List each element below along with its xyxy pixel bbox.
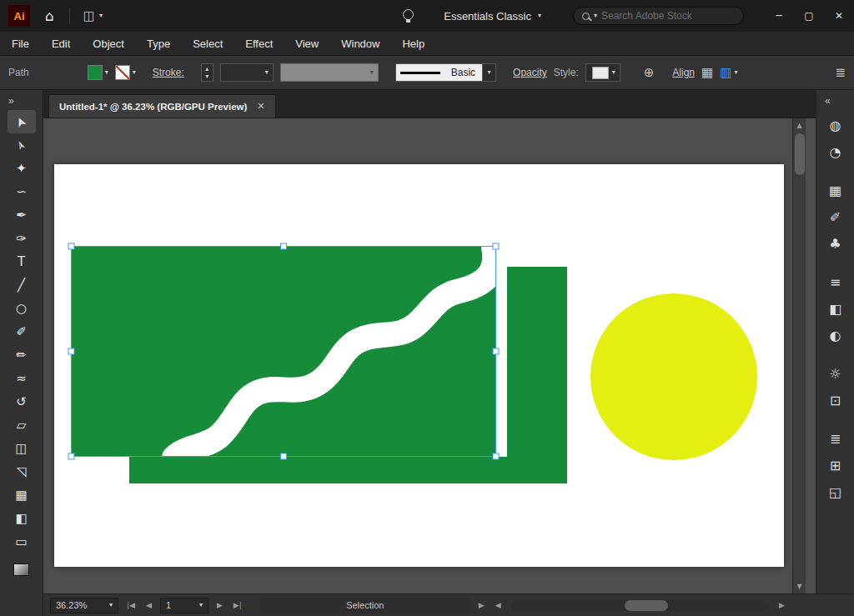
selection-tool[interactable]: ➤	[8, 110, 36, 133]
menu-view[interactable]: View	[295, 38, 319, 50]
pencil-tool[interactable]: ✏	[8, 343, 36, 367]
recolor-artwork-icon[interactable]: ⊕	[644, 65, 655, 80]
last-artboard-button[interactable]: ▶|	[231, 601, 244, 609]
maximize-button[interactable]: ▢	[794, 0, 824, 32]
gradient-panel[interactable]: ◧	[821, 295, 850, 322]
menu-select[interactable]: Select	[193, 38, 223, 50]
hscroll-thumb[interactable]	[625, 600, 668, 611]
artboard-tool[interactable]: ▭	[8, 530, 36, 553]
brushes-panel[interactable]: ✐	[821, 203, 850, 230]
ellipse-tool[interactable]: ○	[8, 297, 36, 320]
workspace-switcher[interactable]: Essentials Classic ▾	[444, 10, 541, 23]
stroke-weight-stepper[interactable]: ▴ ▾	[201, 63, 214, 82]
asset-export-panel[interactable]: ◱	[821, 478, 850, 505]
hscroll-right-arrow[interactable]: ▶	[776, 601, 787, 609]
type-tool[interactable]: T	[8, 250, 36, 273]
first-artboard-button[interactable]: |◀	[124, 601, 138, 609]
perspective-grid-tool[interactable]: ◹	[8, 460, 36, 483]
shape-builder-tool[interactable]: ◫	[8, 437, 36, 460]
menu-object[interactable]: Object	[93, 38, 124, 50]
vscroll-thumb[interactable]	[795, 133, 805, 175]
app-logo[interactable]: Ai	[8, 5, 30, 27]
pen-tool[interactable]: ✒	[8, 203, 36, 227]
layers-panel[interactable]: ≣	[821, 425, 850, 452]
zoom-level-select[interactable]: 36.23% ▾	[50, 598, 118, 613]
chevron-down-icon: ▾	[370, 69, 374, 76]
toolbar-fill-indicator[interactable]	[13, 563, 29, 576]
style-select[interactable]: ▾	[585, 63, 620, 82]
opacity-link[interactable]: Opacity	[513, 67, 547, 78]
fill-color-control[interactable]: ▾	[88, 65, 108, 80]
close-button[interactable]: ✕	[824, 0, 854, 32]
graphic-styles-panel[interactable]: ⊡	[821, 387, 850, 413]
tab-close-icon[interactable]: ✕	[257, 101, 264, 112]
stepper-up-icon[interactable]: ▴	[205, 66, 208, 73]
green-shape[interactable]	[71, 246, 567, 483]
horizontal-scrollbar[interactable]	[512, 600, 768, 611]
stroke-weight-select[interactable]: ▾	[220, 63, 274, 82]
artboard[interactable]	[54, 164, 784, 567]
stroke-color-control[interactable]: ▾	[115, 65, 136, 80]
color-panel[interactable]: ◍	[821, 112, 850, 138]
align-options-icon[interactable]: ▦	[701, 65, 713, 80]
menu-file[interactable]: File	[12, 38, 29, 50]
gradient-tool[interactable]: ◧	[8, 507, 36, 530]
discover-lightbulb-icon[interactable]	[402, 8, 414, 24]
expand-toolbar-icon[interactable]: »	[0, 90, 14, 110]
menu-effect[interactable]: Effect	[245, 38, 273, 50]
document-tab[interactable]: Untitled-1* @ 36.23% (RGB/GPU Preview) ✕	[48, 94, 276, 118]
previous-artboard-button[interactable]: ◀	[143, 601, 154, 609]
dock-arrangement-control[interactable]: ▥ ▾	[720, 65, 737, 80]
artboard-number-select[interactable]: 1 ▾	[160, 598, 208, 613]
appearance-panel[interactable]: ☼	[821, 360, 850, 387]
align-link[interactable]: Align	[672, 67, 695, 78]
stock-search-input[interactable]: ▾ Search Adobe Stock	[573, 7, 744, 25]
fill-color-swatch[interactable]	[88, 65, 103, 80]
vscroll-down-arrow[interactable]: ▼	[793, 579, 806, 593]
direct-selection-tool[interactable]: ➢	[8, 133, 36, 157]
transparency-panel[interactable]: ◐	[821, 322, 850, 348]
home-icon[interactable]: ⌂	[38, 8, 61, 24]
scale-tool[interactable]: ▱	[8, 413, 36, 437]
search-placeholder: Search Adobe Stock	[601, 10, 692, 22]
menu-type[interactable]: Type	[147, 38, 170, 50]
menu-window[interactable]: Window	[341, 38, 379, 50]
status-display[interactable]: Selection	[260, 598, 470, 613]
curvature-tool[interactable]: ✑	[8, 227, 36, 250]
vscroll-up-arrow[interactable]: ▲	[793, 118, 806, 133]
chevron-down-icon: ▾	[594, 13, 597, 19]
arrange-documents-button[interactable]: ◫ ▾	[78, 8, 108, 23]
vertical-scrollbar[interactable]: ▲ ▼	[792, 118, 806, 593]
brush-definition-select[interactable]: Basic ▾	[395, 63, 496, 82]
stroke-panel[interactable]: ≡	[821, 268, 850, 295]
next-artboard-button[interactable]: ▶	[214, 601, 225, 609]
workspace-name: Essentials Classic	[444, 10, 531, 23]
stroke-none-swatch[interactable]	[115, 65, 130, 80]
swatches-panel[interactable]: ▦	[821, 177, 850, 203]
lasso-tool[interactable]: ∽	[8, 180, 36, 203]
control-panel-menu-icon[interactable]: ≣	[835, 65, 846, 80]
style-label: Style:	[554, 67, 579, 78]
paintbrush-tool[interactable]: ✐	[8, 320, 36, 343]
mesh-tool[interactable]: ▦	[8, 483, 36, 507]
magic-wand-tool[interactable]: ✦	[8, 157, 36, 180]
canvas[interactable]: ▲ ▼	[43, 118, 816, 593]
minimize-button[interactable]: ─	[764, 0, 794, 32]
artboards-panel[interactable]: ⊞	[821, 452, 850, 478]
rotate-tool[interactable]: ↺	[8, 390, 36, 413]
line-segment-tool[interactable]: ╱	[8, 273, 36, 297]
hscroll-left-arrow[interactable]: ◀	[493, 601, 504, 609]
color-guide-panel[interactable]: ◔	[821, 138, 850, 165]
stroke-panel-link[interactable]: Stroke:	[153, 67, 184, 78]
chevron-down-icon: ▾	[109, 602, 113, 608]
menu-help[interactable]: Help	[402, 38, 424, 50]
stepper-down-icon[interactable]: ▾	[205, 73, 208, 80]
panel-dock: « ◍◔▦✐♣≡◧◐☼⊡≣⊞◱	[816, 90, 854, 593]
symbols-panel[interactable]: ♣	[821, 230, 850, 257]
shaper-tool[interactable]: ≈	[8, 367, 36, 390]
status-flyout-icon[interactable]: ▶	[476, 601, 487, 609]
yellow-circle[interactable]	[590, 293, 757, 460]
titlebar-divider	[69, 8, 70, 24]
menu-edit[interactable]: Edit	[52, 38, 70, 50]
collapse-dock-icon[interactable]: «	[816, 90, 831, 108]
